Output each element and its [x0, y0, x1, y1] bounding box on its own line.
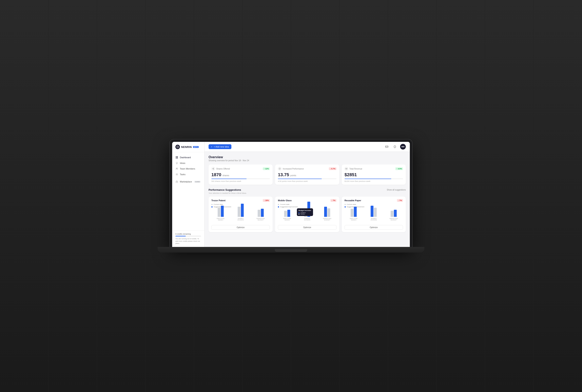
- user-avatar[interactable]: MM: [400, 144, 406, 150]
- perf-card-header: Trezor Patent ↓ 18%: [212, 199, 270, 202]
- sidebar-footer: 9 credits remaining You are running out …: [172, 230, 204, 247]
- screen-bezel: NENRIN BETA: [172, 142, 410, 247]
- tooltip-value: 1400$/m: [300, 212, 306, 214]
- perf-card-mobile-glass: Mobile Glass ↓ 7% Current state: [275, 196, 339, 232]
- performance-section: Performance Suggestions Show all suggest…: [208, 188, 406, 232]
- svg-point-12: [176, 175, 176, 175]
- credits-section: 9 credits remaining: [176, 233, 201, 236]
- sidebar-item-tasks[interactable]: Tasks: [172, 172, 204, 177]
- bar-group: MARKETINGBUDGET: [384, 206, 403, 221]
- optimize-button[interactable]: Optimize: [344, 225, 403, 230]
- add-idea-label: + Add new idea: [214, 146, 229, 148]
- bar-suggested: [221, 206, 224, 217]
- credits-label: 9 credits remaining: [176, 233, 201, 235]
- bar-current: [218, 208, 220, 217]
- svg-point-10: [176, 174, 176, 174]
- perf-title: Performance Suggestions: [208, 188, 241, 191]
- main-content: + + Add new idea: [204, 142, 410, 247]
- add-idea-button[interactable]: + + Add new idea: [208, 144, 232, 149]
- plus-icon: +: [211, 146, 212, 148]
- bar-label: SHARESDIVISION: [304, 218, 310, 221]
- bar-label: EMPLOYEEWAGES: [350, 218, 358, 221]
- sidebar-item-marketplace[interactable]: Marketplace GUIDE: [172, 179, 204, 184]
- stat-divider: [278, 178, 336, 179]
- mail-button[interactable]: [384, 144, 390, 150]
- optimize-button[interactable]: Optimize: [212, 225, 270, 230]
- stat-divider: [212, 178, 270, 179]
- svg-rect-1: [176, 156, 176, 157]
- stat-card-title: Shares Offered: [212, 167, 230, 170]
- bar-label: SHARESDIVISION: [238, 218, 244, 221]
- svg-point-11: [176, 174, 176, 174]
- bar-current: [350, 209, 354, 217]
- stat-card-header: Increased Performance ↓ 5.7%: [278, 167, 336, 170]
- logo-badge: BETA: [193, 146, 199, 148]
- legend-label: Current state: [347, 204, 356, 205]
- show-all-link[interactable]: Show all suggestions: [387, 189, 406, 191]
- stat-divider-fill: [344, 178, 391, 179]
- stat-unit: shares: [222, 174, 229, 176]
- perf-header: Performance Suggestions Show all suggest…: [208, 188, 406, 191]
- stat-card-header: Shares Offered ↑ 12%: [212, 167, 270, 170]
- svg-rect-2: [177, 156, 178, 157]
- svg-point-22: [280, 168, 280, 169]
- perf-card-header: Reusable Paper ↓ 7%: [344, 199, 403, 202]
- bar-label: MARKETINGBUDGET: [256, 218, 265, 221]
- lightbulb-icon: [176, 162, 178, 164]
- perf-badge: ↓ 18%: [263, 199, 270, 202]
- bar-suggested: [370, 206, 374, 217]
- svg-line-18: [213, 168, 214, 168]
- svg-rect-13: [176, 182, 178, 183]
- content-area: Overview Showing overview for period Nov…: [204, 152, 410, 240]
- sidebar-item-label: Tasks: [180, 173, 186, 176]
- logo-text: NENRIN: [181, 146, 192, 148]
- optimize-button[interactable]: Optimize: [278, 225, 336, 230]
- performance-icon: [278, 167, 282, 170]
- credits-bar: [176, 236, 201, 236]
- tooltip-row: 1400$/m: [298, 212, 312, 214]
- legend-label: Current state: [214, 204, 223, 205]
- bar-current: [374, 208, 377, 217]
- stats-grid: Shares Offered ↑ 12% 1870 shares: [208, 164, 406, 185]
- shares-icon: [212, 167, 215, 170]
- tooltip-dot-gray: [298, 214, 300, 214]
- bar-pair: [370, 206, 377, 217]
- bar-pair: [284, 206, 290, 217]
- bar-group: MARKETINGBUDGET: [318, 206, 336, 221]
- sidebar-item-ideas[interactable]: Ideas: [172, 160, 204, 166]
- legend-dot-gray: [278, 204, 279, 205]
- laptop-screen: NENRIN BETA: [170, 140, 412, 247]
- svg-line-19: [213, 169, 214, 169]
- bar-label: EMPLOYEEWAGES: [217, 218, 224, 221]
- stat-card-header: Total Revenue ↑ 4.5%: [344, 167, 403, 170]
- legend-dot-gray: [344, 204, 346, 205]
- svg-rect-3: [176, 158, 176, 158]
- notification-button[interactable]: [392, 144, 398, 150]
- sidebar: NENRIN BETA: [172, 142, 204, 247]
- stat-card-title: Increased Performance: [278, 167, 304, 170]
- bar-pair: [350, 206, 357, 217]
- tooltip-title: Budget Increase: [298, 210, 312, 211]
- bar-current: [258, 210, 260, 217]
- bar-group: EMPLOYEEWAGES: [278, 206, 296, 221]
- stat-title: Shares Offered: [216, 168, 230, 170]
- sidebar-item-dashboard[interactable]: Dashboard: [172, 154, 204, 160]
- overview-title: Overview: [208, 156, 406, 159]
- bar-current: [284, 211, 287, 217]
- logo-icon: [176, 145, 180, 149]
- legend-current: Current state: [344, 204, 403, 205]
- svg-rect-23: [346, 168, 347, 169]
- tooltip-dot-blue: [298, 212, 300, 213]
- legend-current: Current state: [278, 204, 336, 205]
- bar-group: EMPLOYEEWAGES: [344, 206, 363, 221]
- stat-card-shares: Shares Offered ↑ 12% 1870 shares: [208, 164, 272, 185]
- revenue-icon: [344, 167, 348, 170]
- top-bar-actions: MM: [384, 144, 406, 150]
- bar-label: MARKETINGBUDGET: [390, 218, 398, 221]
- stat-card-title: Total Revenue: [344, 167, 362, 170]
- bar-current: [238, 207, 240, 217]
- stat-value: 1870 shares: [212, 172, 270, 178]
- sidebar-item-team[interactable]: Team Members: [172, 166, 204, 172]
- shop-icon: [176, 180, 178, 183]
- svg-point-24: [346, 169, 346, 169]
